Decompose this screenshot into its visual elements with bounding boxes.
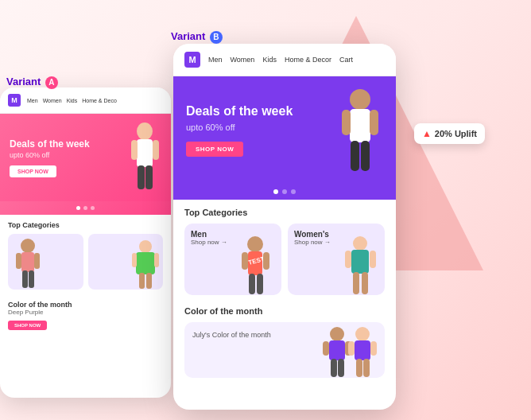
variant-a-label: Variant A — [6, 76, 58, 89]
phone-b-dot-3 — [291, 189, 296, 194]
svg-rect-19 — [350, 109, 370, 142]
phone-a-cat-title: Top Categories — [8, 221, 163, 229]
svg-rect-38 — [329, 340, 345, 360]
svg-rect-7 — [21, 252, 34, 272]
phone-a-categories: Top Categories — [0, 215, 171, 296]
phone-b-cm-card: July's Color of the month — [184, 322, 385, 378]
phone-b-hero-person — [332, 88, 388, 184]
phone-a-logo: M — [8, 94, 21, 107]
phone-a-cat-right — [88, 234, 164, 290]
phone-a-color-subtitle: Deep Purple — [8, 309, 163, 316]
phone-b-logo: M — [184, 52, 200, 68]
svg-rect-21 — [370, 110, 378, 135]
svg-rect-34 — [370, 251, 376, 268]
phone-b-tc-title: Top Categories — [184, 208, 385, 217]
phone-b-cm-title: Color of the month — [184, 306, 385, 316]
svg-point-31 — [353, 236, 367, 251]
svg-rect-11 — [29, 270, 34, 288]
phone-a-cat-images — [8, 234, 163, 290]
svg-point-0 — [137, 122, 153, 140]
phone-a-hero: Deals of the week upto 60% off SHOP NOW — [0, 114, 171, 201]
variant-b-badge: B — [210, 31, 223, 44]
svg-rect-13 — [136, 252, 155, 274]
phone-b-dots — [173, 184, 396, 200]
phone-b-tc-men: Men Shop now → TEST — [184, 224, 281, 295]
svg-rect-9 — [34, 253, 40, 269]
svg-rect-17 — [146, 273, 152, 289]
phone-a: M Men Women Kids Home & Deco Deals of th… — [0, 88, 171, 398]
phone-b-cm-people — [317, 326, 381, 378]
svg-rect-27 — [242, 252, 248, 270]
svg-rect-44 — [355, 340, 370, 360]
uplift-text: 20% Uplift — [435, 129, 477, 138]
phone-a-woman-figure — [130, 239, 161, 290]
svg-rect-3 — [153, 140, 159, 160]
phone-b-color-month: Color of the month July's Color of the m… — [173, 300, 396, 383]
svg-rect-14 — [132, 253, 137, 267]
phone-b-hero: Deals of the week upto 60% off SHOP NOW — [173, 76, 396, 184]
svg-point-24 — [247, 236, 263, 252]
phone-a-dot-3 — [91, 206, 95, 210]
svg-rect-47 — [356, 359, 362, 377]
phone-b-dot-2 — [282, 189, 287, 194]
phone-a-cat-left — [8, 234, 83, 290]
phone-b-men-figure: TEST — [238, 235, 273, 295]
phone-a-dot-2 — [83, 206, 87, 210]
phone-a-nav-links: Men Women Kids Home & Deco — [27, 98, 117, 103]
phone-a-color-title: Color of the month — [8, 301, 163, 309]
svg-point-12 — [139, 240, 152, 253]
svg-rect-20 — [342, 110, 351, 135]
svg-rect-8 — [16, 253, 21, 269]
svg-rect-39 — [323, 341, 329, 356]
svg-point-18 — [350, 89, 370, 110]
phone-b-shop-button[interactable]: SHOP NOW — [186, 142, 243, 157]
phone-b-dot-1 — [273, 189, 278, 194]
svg-rect-28 — [263, 252, 269, 270]
phone-b-nav: M Men Women Kids Home & Decor Cart — [173, 44, 396, 76]
svg-rect-33 — [345, 251, 351, 268]
svg-rect-29 — [249, 274, 255, 294]
phone-a-color-shop-button[interactable]: SHOP NOW — [8, 321, 47, 330]
svg-rect-1 — [137, 139, 153, 167]
phone-b-top-categories: Top Categories Men Shop now → TEST Women… — [173, 200, 396, 300]
phone-a-dot-1 — [76, 206, 80, 210]
phone-a-shop-button[interactable]: SHOP NOW — [10, 165, 56, 177]
svg-rect-30 — [257, 274, 263, 294]
svg-rect-16 — [139, 273, 145, 289]
svg-rect-46 — [370, 341, 377, 356]
phone-a-nav: M Men Women Kids Home & Deco — [0, 88, 171, 114]
phone-b-cm-text: July's Color of the month — [192, 330, 271, 340]
svg-rect-23 — [361, 141, 370, 171]
svg-rect-42 — [338, 359, 344, 377]
svg-rect-41 — [331, 359, 337, 377]
svg-rect-48 — [363, 359, 370, 377]
phone-a-hero-person — [123, 122, 167, 201]
phone-a-color-month: Color of the month Deep Purple SHOP NOW — [0, 296, 171, 335]
svg-rect-2 — [131, 140, 138, 160]
svg-rect-36 — [362, 272, 368, 294]
uplift-badge: ▲ 20% Uplift — [414, 123, 485, 144]
svg-rect-4 — [138, 165, 145, 189]
svg-rect-45 — [348, 341, 355, 356]
svg-point-43 — [355, 327, 370, 341]
phone-b-women-figure — [343, 235, 378, 295]
svg-rect-32 — [351, 250, 369, 274]
uplift-arrow-icon: ▲ — [422, 128, 432, 139]
svg-rect-15 — [154, 253, 159, 267]
svg-point-37 — [330, 327, 344, 341]
variant-a-badge: A — [45, 76, 58, 89]
phone-b: M Men Women Kids Home & Decor Cart Deals… — [173, 44, 396, 410]
phone-a-dots — [0, 201, 171, 215]
svg-rect-35 — [353, 272, 359, 294]
phone-b-nav-links: Men Women Kids Home & Decor Cart — [208, 56, 353, 64]
svg-rect-22 — [351, 141, 359, 171]
svg-rect-5 — [145, 165, 153, 189]
phone-a-man-figure — [12, 238, 44, 290]
phone-b-tc-grid: Men Shop now → TEST Women's Shop now → — [184, 224, 385, 295]
svg-point-6 — [21, 239, 35, 253]
svg-rect-10 — [22, 270, 28, 288]
phone-b-tc-women: Women's Shop now → — [288, 224, 385, 295]
variant-b-label: Variant B — [171, 30, 223, 44]
